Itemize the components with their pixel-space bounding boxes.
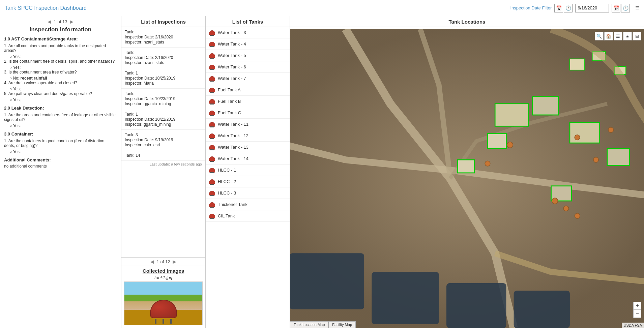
answer-1-5: Yes; [9,97,117,102]
answer-3-1: Yes; [9,149,117,154]
inspection-prev-button[interactable]: ◀ [48,19,51,24]
insp-date-label: Inspection Date: 10/25/2019 [125,76,202,81]
tank-item[interactable]: Water Tank - 13 [206,142,290,153]
tank-item[interactable]: Thickener Tank [206,199,290,210]
inspection-item[interactable]: Tank: 1 Inspection Date: 10/25/2019 Insp… [121,68,205,89]
tank-icon [209,133,215,138]
inspection-item[interactable]: Tank: Inspection Date: 2/16/2020 Inspect… [121,48,205,68]
tank-item[interactable]: CIL Tank [206,210,290,222]
map-list-button[interactable]: ☰ [614,32,622,40]
svg-point-16 [507,142,513,148]
tank-leg-1 [155,319,156,324]
tank-name: Fuel Tank C [218,110,241,115]
insp-tank-label: Tank: [125,50,202,55]
map-home-button[interactable]: 🏠 [604,32,613,40]
insp-date-label: Inspection Date: 2/16/2020 [125,55,202,60]
insp-date-label: Inspection Date: 2/16/2020 [125,35,202,39]
question-1-1: 1. Are all containers and portable tanks… [4,43,117,53]
map-toolbar: 🔍 🏠 ☰ ◈ ⊞ [595,32,641,40]
tank-item[interactable]: HLCC - 3 [206,187,290,199]
tank-icon [209,202,215,207]
inspection-item[interactable]: Tank: 1 Inspection Date: 10/22/2019 Insp… [121,109,205,130]
list-of-tanks-panel: List of Tanks Water Tank - 3 Water Tank … [206,16,290,328]
insp-inspector-label: Inspector: caio_esri [125,143,202,147]
tank-item[interactable]: Fuel Tank A [206,84,290,96]
date-filter-label: Inspection Date Filter [510,5,552,10]
answer-1-3: No; recent rainfall [9,76,117,81]
tank-item[interactable]: HLCC - 2 [206,176,290,187]
tank-icon [209,191,215,196]
date-input[interactable] [575,4,609,12]
insp-tank-label: Tank: 1 [125,71,202,76]
tank-name: Water Tank - 13 [218,145,248,150]
tank-icon [209,214,215,218]
insp-tank-label: Tank: 1 [125,112,202,117]
calendar-icon-btn[interactable]: 📅 [554,4,563,12]
question-2-1: 1. Are the areas and containers free of … [4,113,117,122]
tank-location-map-tab[interactable]: Tank Location Map [290,321,328,328]
tank-item[interactable]: Water Tank - 6 [206,61,290,73]
clock-icon-btn-2[interactable]: 🕐 [621,4,630,12]
tank-illustration [150,300,177,318]
tank-item[interactable]: Water Tank - 14 [206,153,290,165]
inspection-page-indicator: 1 of 13 [54,19,67,24]
tank-icon [209,76,215,81]
tank-image-container [121,281,205,328]
map-search-button[interactable]: 🔍 [595,32,604,40]
tank-icon [209,30,215,35]
tank-item[interactable]: Water Tank - 11 [206,119,290,130]
list-of-inspections: List of Inspections Tank: Inspection Dat… [121,16,205,257]
tank-leg-2 [163,319,164,324]
tank-item[interactable]: Fuel Tank C [206,107,290,119]
insp-inspector-label: Inspector: ggarcia_mining [125,101,202,106]
date-filter-icon-group: 📅 🕐 [554,4,573,12]
svg-point-17 [485,161,490,166]
svg-point-20 [608,127,614,133]
map-layers-button[interactable]: ◈ [623,32,632,40]
calendar-icon-btn-2[interactable]: 📅 [612,4,620,12]
tank-name: CIL Tank [218,213,235,218]
tank-item[interactable]: Water Tank - 12 [206,130,290,142]
tank-icon [209,156,215,161]
question-1-4: 4. Are drain valves operable and closed? [4,81,117,85]
map-title: Tank Locations [290,16,644,27]
inspection-item[interactable]: Tank: 3 Inspection Date: 9/19/2019 Inspe… [121,130,205,150]
images-next-button[interactable]: ▶ [173,259,176,264]
tank-item[interactable]: Water Tank - 7 [206,73,290,84]
tank-icon [209,145,215,150]
insp-tank-label: Tank: 14 [125,153,202,158]
additional-comments-label: Additional Comments: [4,157,117,162]
tank-name: Water Tank - 11 [218,122,248,127]
inspection-next-button[interactable]: ▶ [70,19,74,24]
inspection-item[interactable]: Tank: 14 [121,150,205,161]
inspection-item[interactable]: Tank: Inspection Date: 2/16/2020 Inspect… [121,27,205,48]
question-3-1: 1. Are the containers in good condition … [4,139,117,148]
tank-name: Water Tank - 6 [218,64,246,69]
hamburger-menu-button[interactable]: ≡ [635,4,639,12]
tank-icon [209,42,215,47]
svg-point-21 [552,198,558,204]
answer-2-1: Yes; [9,123,117,128]
tank-icon [209,168,215,173]
tank-item[interactable]: Water Tank - 4 [206,38,290,50]
tank-name: HLCC - 2 [218,179,236,184]
map-attribution: USDA FSA [622,323,644,328]
svg-point-19 [593,157,599,162]
additional-comments-text: no additional comments [4,164,117,169]
images-prev-button[interactable]: ◀ [150,259,154,264]
svg-rect-9 [570,122,600,143]
tank-item[interactable]: Water Tank - 3 [206,27,290,38]
tank-item[interactable]: HLCC - 1 [206,165,290,176]
tank-name: HLCC - 1 [218,168,236,173]
tank-name: Water Tank - 14 [218,156,248,161]
facility-map-tab[interactable]: Facility Map [328,321,356,328]
svg-rect-7 [532,96,559,115]
map-grid-button[interactable]: ⊞ [633,32,641,40]
clock-icon-btn[interactable]: 🕐 [564,4,573,12]
tank-item[interactable]: Water Tank - 5 [206,50,290,61]
zoom-in-button[interactable]: + [633,302,641,310]
svg-point-23 [575,213,580,219]
inspection-item[interactable]: Tank: Inspection Date: 10/23/2019 Inspec… [121,89,205,109]
zoom-out-button[interactable]: − [633,310,641,318]
tank-item[interactable]: Fuel Tank B [206,96,290,107]
